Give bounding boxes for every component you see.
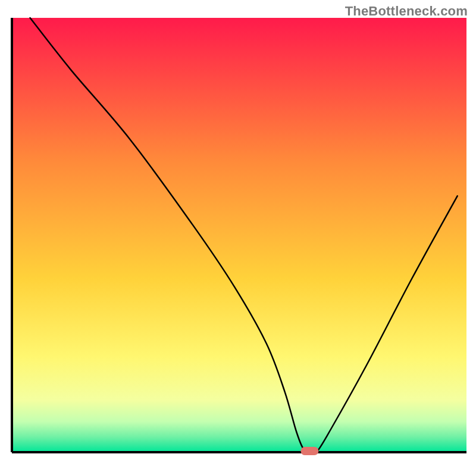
chart-container: TheBottleneck.com [0,0,476,476]
plot-background [12,18,466,452]
optimal-marker [300,447,318,455]
bottleneck-chart [0,0,476,476]
